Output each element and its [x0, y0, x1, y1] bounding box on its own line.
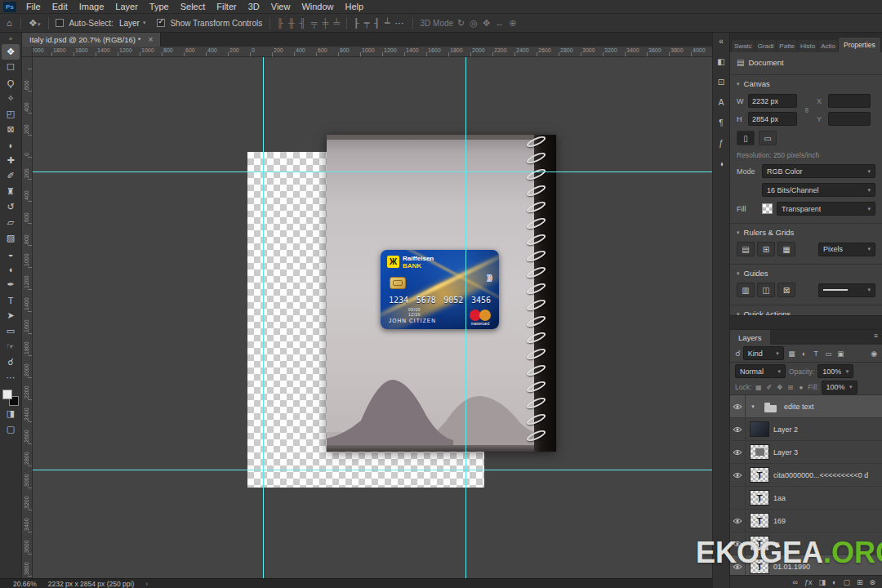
3d-rotate-icon[interactable]: ↻ — [456, 18, 466, 29]
screen-mode-icon[interactable]: ▢ — [2, 421, 20, 437]
169[interactable]: ▾ 169 — [730, 510, 882, 532]
menu-item[interactable]: 3D — [243, 2, 265, 11]
lock-artboard-icon[interactable]: ⊞ — [786, 382, 795, 392]
edit-toolbar-icon[interactable]: ⋯ — [2, 370, 20, 385]
lasso-tool[interactable]: Ϙ — [2, 75, 20, 91]
section-guides[interactable]: Guides — [730, 264, 882, 278]
clear-guides-icon[interactable]: ⊠ — [777, 283, 795, 297]
toggle-grid-icon[interactable]: ⊞ — [757, 242, 775, 256]
toolbar-collapse-icon[interactable]: » — [9, 35, 12, 42]
new-adjustment-icon[interactable]: ◐ — [832, 578, 836, 586]
gradient-tool[interactable]: ▨ — [2, 230, 20, 246]
layer-mask-icon[interactable]: ◨ — [818, 578, 826, 586]
more-options-icon[interactable]: ⋯ — [392, 18, 408, 29]
filter-smart-icon[interactable]: ▣ — [835, 348, 846, 359]
3d-scale-icon[interactable]: ⊕ — [507, 18, 518, 29]
Layer 2[interactable]: ▾ Layer 2 — [730, 418, 882, 441]
lock-all-icon[interactable]: ● — [796, 382, 805, 392]
lock-guides-icon[interactable]: ◫ — [757, 283, 775, 297]
layer-thumbnail[interactable] — [750, 490, 769, 506]
layer-visibility-toggle[interactable] — [730, 555, 746, 575]
3d-pan-icon[interactable]: ✥ — [481, 18, 492, 29]
section-canvas[interactable]: Canvas — [730, 74, 882, 88]
menu-item[interactable]: Help — [340, 2, 370, 11]
filter-pixel-icon[interactable]: ▦ — [786, 348, 797, 359]
show-transform-checkbox[interactable] — [157, 19, 165, 27]
character-panel-icon[interactable]: A — [715, 96, 728, 109]
layer-thumbnail[interactable] — [750, 513, 769, 528]
layer-thumbnail[interactable] — [750, 559, 769, 574]
history-brush-tool[interactable]: ↺ — [2, 199, 20, 215]
layer-thumbnail[interactable] — [750, 467, 769, 483]
paragraph-panel-icon[interactable]: ¶ — [715, 117, 728, 129]
collapse-panels-icon[interactable]: « — [715, 35, 728, 47]
layer-visibility-toggle[interactable] — [730, 532, 746, 555]
move-tool[interactable]: ✥ — [2, 44, 20, 60]
layer-thumbnail[interactable] — [760, 399, 780, 414]
healing-brush-tool[interactable]: ✚ — [2, 153, 20, 168]
rectangular-marquee-tool[interactable]: ☐ — [2, 60, 20, 75]
fill-color-chip[interactable] — [762, 203, 773, 214]
layer-thumbnail[interactable] — [750, 421, 769, 437]
link-dimensions-icon[interactable]: ∞ — [803, 107, 811, 112]
units-dropdown[interactable]: Pixels — [818, 243, 875, 256]
zoom-level-field[interactable]: 20.66% — [13, 580, 37, 588]
menu-item[interactable]: Type — [144, 2, 175, 11]
canvas-area[interactable]: Ж Raiffeisen BANK ))) 1234567890523456 0… — [33, 57, 712, 578]
1aa[interactable]: ▾ 1aa — [730, 487, 882, 510]
menu-item[interactable]: View — [265, 2, 296, 11]
panel-tab[interactable]: Patte — [777, 40, 797, 52]
cita0000000...<<<<<<<<<0 d[interactable]: ▾ cita0000000...<<<<<<<<<0 d — [730, 464, 882, 487]
distribute-top-icon[interactable]: ┷ — [383, 18, 392, 29]
glyphs-panel-icon[interactable]: ƒ — [715, 137, 728, 149]
Layer 3[interactable]: ▾ Layer 3 — [730, 441, 882, 464]
distribute-left-icon[interactable]: ┨ — [372, 18, 381, 29]
dodge-tool[interactable]: ◖ — [2, 261, 20, 277]
panel-tab[interactable]: Actio — [818, 40, 838, 52]
guide-horizontal-1[interactable] — [33, 172, 712, 172]
quick-mask-icon[interactable]: ◨ — [2, 406, 20, 421]
layer-visibility-toggle[interactable] — [730, 487, 746, 509]
color-panel-icon[interactable]: ◑ — [715, 158, 728, 170]
auto-select-checkbox[interactable] — [56, 19, 64, 27]
ruler-origin-corner[interactable] — [22, 47, 33, 57]
new-group-icon[interactable]: ▢ — [843, 578, 850, 586]
filter-kind-dropdown[interactable]: Kind — [743, 346, 784, 360]
align-left-icon[interactable]: ╟ — [275, 18, 285, 28]
snap-icon[interactable]: ▦ — [777, 242, 795, 256]
layer-visibility-toggle[interactable] — [730, 510, 746, 532]
guide-vertical-1[interactable] — [263, 57, 264, 578]
clone-stamp-tool[interactable]: ♜ — [2, 184, 20, 199]
height-field[interactable]: 2854 px — [748, 112, 797, 126]
landscape-orientation-button[interactable]: ▭ — [759, 131, 777, 145]
layer-effects-icon[interactable]: ƒx — [804, 578, 813, 586]
bit-depth-dropdown[interactable]: 16 Bits/Channel — [762, 183, 875, 197]
blend-mode-dropdown[interactable]: Normal — [735, 364, 786, 378]
layer-visibility-toggle[interactable] — [730, 418, 746, 440]
delete-layer-icon[interactable]: ⊗ — [869, 578, 875, 586]
menu-item[interactable]: Select — [175, 2, 212, 11]
align-middle-icon[interactable]: ╪ — [320, 18, 330, 28]
guide-horizontal-2[interactable] — [33, 470, 712, 470]
section-quick-actions[interactable]: Quick Actions — [730, 305, 882, 315]
edite text[interactable]: ▾ edite text — [730, 395, 882, 418]
foreground-color-swatch[interactable] — [2, 390, 12, 399]
layer-thumbnail[interactable] — [750, 444, 769, 460]
menu-item[interactable]: File — [20, 2, 47, 11]
3d-roll-icon[interactable]: ◎ — [468, 18, 479, 29]
layer-visibility-toggle[interactable] — [730, 464, 746, 486]
portrait-orientation-button[interactable]: ▯ — [737, 131, 755, 145]
align-top-icon[interactable]: ╤ — [310, 18, 319, 28]
brush-tool[interactable]: ✐ — [2, 168, 20, 184]
lock-transparent-icon[interactable]: ▦ — [754, 382, 763, 392]
path-selection-tool[interactable]: ➤ — [2, 308, 20, 323]
document-tab[interactable]: Italy id.psd @ 20.7% (RGB/16) * × — [22, 33, 161, 47]
layers-tab[interactable]: Layers — [730, 330, 770, 345]
quick-selection-tool[interactable]: ✧ — [2, 91, 20, 106]
align-right-icon[interactable]: ╢ — [298, 18, 308, 28]
panel-tab[interactable]: Gradi — [755, 40, 777, 52]
new-layer-icon[interactable]: ⊞ — [857, 578, 863, 586]
layers-menu-icon[interactable]: ≡ — [870, 332, 882, 343]
eyedropper-tool[interactable]: ◗ — [2, 137, 20, 153]
panel-tab[interactable]: Swatc — [732, 40, 755, 52]
